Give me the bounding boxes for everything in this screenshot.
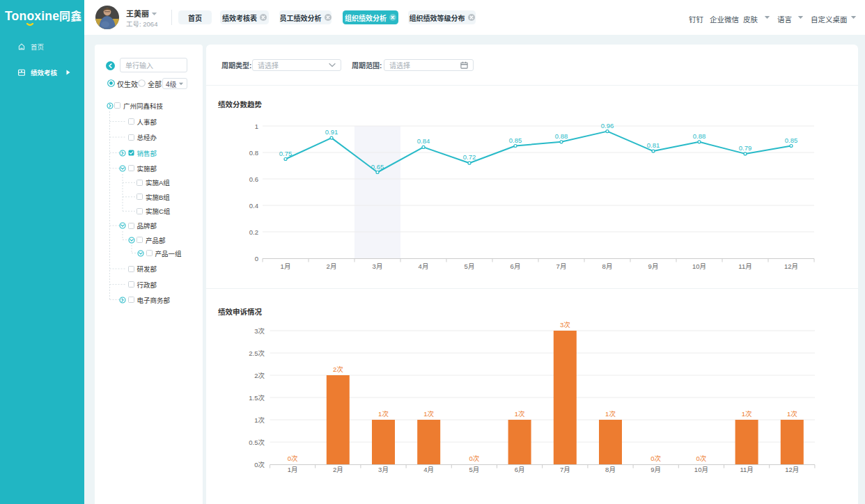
svg-text:12月: 12月: [784, 262, 798, 270]
svg-text:1月: 1月: [281, 262, 291, 270]
svg-text:3次: 3次: [254, 327, 265, 335]
svg-text:0.85: 0.85: [785, 136, 798, 144]
svg-text:1月: 1月: [288, 466, 298, 473]
svg-text:0.4: 0.4: [249, 202, 258, 210]
svg-text:8月: 8月: [605, 466, 616, 473]
svg-text:1: 1: [255, 123, 258, 130]
svg-text:2.5次: 2.5次: [249, 349, 265, 357]
svg-text:10月: 10月: [694, 466, 708, 473]
svg-text:0.81: 0.81: [647, 141, 660, 149]
svg-text:0次: 0次: [469, 455, 480, 462]
svg-text:4月: 4月: [423, 466, 434, 473]
svg-text:2月: 2月: [327, 262, 337, 270]
svg-text:2月: 2月: [333, 466, 343, 473]
svg-text:7月: 7月: [560, 466, 570, 473]
svg-text:3月: 3月: [378, 466, 389, 473]
svg-text:2次: 2次: [333, 365, 343, 373]
svg-text:9月: 9月: [650, 466, 661, 473]
svg-text:0.75: 0.75: [279, 150, 293, 157]
svg-text:0.88: 0.88: [693, 132, 706, 140]
svg-text:9月: 9月: [648, 262, 659, 270]
svg-text:5月: 5月: [465, 262, 475, 270]
svg-text:1次: 1次: [787, 410, 797, 418]
svg-text:0: 0: [255, 255, 258, 262]
svg-text:0.79: 0.79: [739, 144, 752, 152]
svg-text:0.2: 0.2: [249, 228, 258, 236]
svg-text:1次: 1次: [254, 416, 265, 424]
svg-text:0.85: 0.85: [509, 136, 522, 144]
svg-text:1次: 1次: [378, 410, 389, 418]
svg-text:6月: 6月: [511, 262, 521, 270]
svg-text:3次: 3次: [560, 321, 570, 329]
svg-text:0.65: 0.65: [371, 163, 384, 171]
svg-text:0次: 0次: [254, 461, 265, 468]
svg-text:0.6: 0.6: [249, 175, 258, 183]
svg-text:11月: 11月: [740, 466, 753, 473]
svg-text:0次: 0次: [288, 455, 298, 462]
svg-text:6月: 6月: [515, 466, 525, 473]
svg-text:5月: 5月: [469, 466, 480, 473]
svg-text:1次: 1次: [423, 410, 434, 418]
svg-text:2次: 2次: [254, 372, 265, 379]
svg-text:0.72: 0.72: [463, 153, 476, 161]
svg-text:0.88: 0.88: [555, 132, 568, 140]
svg-text:4月: 4月: [419, 262, 429, 270]
svg-text:10月: 10月: [692, 262, 706, 270]
svg-text:0.84: 0.84: [417, 137, 430, 145]
svg-text:0.5次: 0.5次: [249, 439, 265, 446]
svg-text:0次: 0次: [696, 455, 707, 462]
svg-text:1次: 1次: [515, 410, 525, 418]
svg-text:3月: 3月: [373, 262, 383, 270]
svg-text:7月: 7月: [556, 262, 567, 270]
svg-text:1.5次: 1.5次: [249, 394, 265, 402]
svg-text:1次: 1次: [605, 410, 616, 418]
svg-text:0.91: 0.91: [325, 128, 338, 136]
svg-text:11月: 11月: [738, 262, 751, 270]
svg-text:0.8: 0.8: [249, 149, 258, 157]
svg-text:0.96: 0.96: [601, 122, 614, 129]
svg-text:8月: 8月: [602, 262, 613, 270]
svg-text:1次: 1次: [742, 410, 752, 418]
svg-text:0次: 0次: [650, 455, 661, 462]
svg-text:12月: 12月: [785, 466, 799, 473]
